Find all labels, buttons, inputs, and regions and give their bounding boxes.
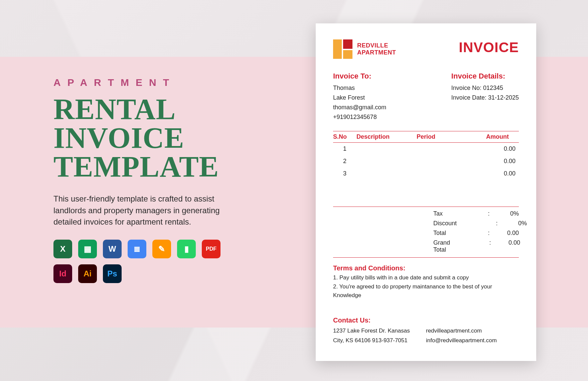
apple-numbers-icon: ▮ bbox=[177, 240, 196, 258]
brand-line-2: APARTMENT bbox=[357, 49, 396, 56]
total-value: 0.00 bbox=[492, 230, 519, 237]
contact-grid: 1237 Lake Forest Dr. Kanasas redvilleapa… bbox=[333, 326, 519, 346]
recipient-email: thomas@gmail.com bbox=[333, 103, 386, 112]
table-row: 1 0.00 bbox=[333, 143, 519, 155]
recipient-name: Thomas bbox=[333, 83, 386, 93]
cell-sno: 2 bbox=[333, 158, 356, 165]
brand-name: REDVILLE APARTMENT bbox=[357, 42, 396, 56]
cell-sno: 1 bbox=[333, 145, 356, 152]
pdf-icon: PDF bbox=[202, 240, 220, 258]
invoice-to-heading: Invoice To: bbox=[333, 70, 386, 82]
contact-heading: Contact Us: bbox=[333, 316, 519, 324]
file-format-row-1: X ▦ W ≣ ✎ ▮ PDF bbox=[53, 240, 241, 258]
table-row: 3 0.00 bbox=[333, 167, 519, 180]
terms-line-2: 2. You're agreed to do property maintana… bbox=[333, 282, 519, 300]
table-row: 2 0.00 bbox=[333, 155, 519, 167]
promo-panel: APARTMENT RENTAL INVOICE TEMPLATE This u… bbox=[53, 77, 241, 289]
invoice-header: REDVILLE APARTMENT INVOICE bbox=[333, 39, 519, 59]
invoice-number: Invoice No: 012345 bbox=[451, 83, 519, 93]
icon-glyph: ▮ bbox=[184, 244, 189, 254]
table-header-row: S.No Description Period Amount bbox=[333, 131, 519, 143]
col-amount: Amount bbox=[463, 133, 519, 140]
contact-website: redvilleapartment.com bbox=[426, 326, 519, 336]
icon-glyph: PDF bbox=[206, 246, 216, 252]
icon-glyph: Ps bbox=[107, 269, 117, 278]
google-sheets-icon: ▦ bbox=[78, 240, 97, 258]
tax-label: Tax bbox=[433, 210, 449, 217]
invoice-title: INVOICE bbox=[459, 39, 519, 55]
icon-glyph: ▦ bbox=[84, 244, 92, 254]
indesign-icon: Id bbox=[53, 264, 72, 283]
table-bottom-rule bbox=[333, 207, 519, 207]
col-description: Description bbox=[356, 133, 417, 140]
grand-total-label: Grand Total bbox=[433, 239, 450, 253]
eyebrow-text: APARTMENT bbox=[53, 77, 241, 88]
cell-amount: 0.00 bbox=[463, 158, 519, 165]
icon-glyph: X bbox=[60, 244, 65, 254]
photoshop-icon: Ps bbox=[103, 264, 122, 283]
cell-desc bbox=[356, 158, 417, 165]
word-icon: W bbox=[103, 240, 122, 258]
google-docs-icon: ≣ bbox=[128, 240, 146, 258]
recipient-city: Lake Forest bbox=[333, 93, 386, 103]
col-period: Period bbox=[417, 133, 463, 140]
cell-period bbox=[417, 170, 463, 177]
cell-sno: 3 bbox=[333, 170, 356, 177]
tax-value: 0% bbox=[492, 210, 519, 217]
cell-period bbox=[417, 145, 463, 152]
contact-email: info@redvilleapartment.com bbox=[426, 336, 519, 346]
terms-line-1: 1. Pay utility bills with in a due date … bbox=[333, 273, 519, 282]
totals-block: Tax : 0% Discount : 0% Total : 0.00 Gran… bbox=[333, 209, 519, 258]
icon-glyph: ≣ bbox=[134, 244, 140, 254]
description-text: This user-friendly template is crafted t… bbox=[53, 193, 241, 228]
logo-icon bbox=[333, 39, 352, 59]
invoice-date: Invoice Date: 31-12-2025 bbox=[451, 93, 519, 103]
total-row: Total : 0.00 bbox=[433, 228, 519, 238]
contact-address-1: 1237 Lake Forest Dr. Kanasas bbox=[333, 326, 426, 336]
illustrator-icon: Ai bbox=[78, 264, 97, 283]
excel-icon: X bbox=[53, 240, 72, 258]
icon-glyph: ✎ bbox=[158, 244, 165, 254]
discount-row: Discount : 0% bbox=[433, 219, 519, 228]
invoice-details-column: Invoice Details: Invoice No: 012345 Invo… bbox=[451, 70, 519, 122]
terms-heading: Terms and Conditions: bbox=[333, 264, 519, 272]
tax-row: Tax : 0% bbox=[433, 209, 519, 219]
discount-value: 0% bbox=[500, 220, 527, 227]
line-items-table: S.No Description Period Amount 1 0.00 2 … bbox=[333, 131, 519, 258]
total-label: Total bbox=[433, 230, 449, 237]
invoice-to-column: Invoice To: Thomas Lake Forest thomas@gm… bbox=[333, 70, 386, 122]
discount-label: Discount bbox=[433, 220, 457, 227]
logo-block: REDVILLE APARTMENT bbox=[333, 39, 396, 59]
cell-amount: 0.00 bbox=[463, 170, 519, 177]
cell-desc bbox=[356, 170, 417, 177]
invoice-details-heading: Invoice Details: bbox=[451, 70, 519, 82]
contact-block: Contact Us: 1237 Lake Forest Dr. Kanasas… bbox=[333, 316, 519, 346]
contact-address-2: City, KS 64106 913-937-7051 bbox=[333, 336, 426, 346]
invoice-meta-section: Invoice To: Thomas Lake Forest thomas@gm… bbox=[333, 70, 519, 122]
grand-total-value: 0.00 bbox=[493, 239, 520, 253]
grand-total-row: Grand Total : 0.00 bbox=[433, 238, 519, 255]
invoice-document: REDVILLE APARTMENT INVOICE Invoice To: T… bbox=[316, 23, 536, 361]
terms-block: Terms and Conditions: 1. Pay utility bil… bbox=[333, 264, 519, 300]
icon-glyph: Id bbox=[59, 269, 66, 278]
headline-text: RENTAL INVOICE TEMPLATE bbox=[53, 95, 241, 181]
cell-period bbox=[417, 158, 463, 165]
brand-line-1: REDVILLE bbox=[357, 42, 396, 49]
icon-glyph: Ai bbox=[84, 269, 92, 278]
recipient-phone: +919012345678 bbox=[333, 112, 386, 122]
cell-desc bbox=[356, 145, 417, 152]
file-format-row-2: Id Ai Ps bbox=[53, 264, 241, 283]
cell-amount: 0.00 bbox=[463, 145, 519, 152]
icon-glyph: W bbox=[109, 244, 116, 254]
apple-pages-icon: ✎ bbox=[152, 240, 171, 258]
col-sno: S.No bbox=[333, 133, 356, 140]
